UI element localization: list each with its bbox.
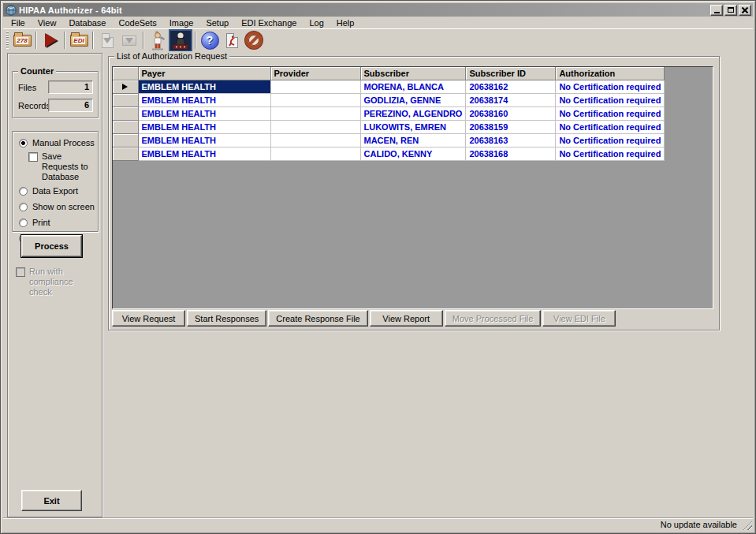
menu-database[interactable]: Database (62, 17, 112, 28)
checkbox-save-requests-to-database[interactable]: Save Requests to Database (28, 151, 98, 182)
radio-manual-process[interactable]: Manual Process (17, 138, 98, 148)
cell-subscriber[interactable]: GODLIZIA, GENNE (360, 93, 466, 106)
cell-authorization[interactable]: No Certification required (556, 106, 665, 120)
row-selector-cell[interactable] (113, 120, 138, 133)
menu-image[interactable]: Image (163, 17, 200, 28)
cell-subscriber[interactable]: MACEN, REN (360, 133, 466, 147)
cell-subscriber-id[interactable]: 20638163 (466, 133, 556, 147)
compliance-checkbox (16, 267, 25, 277)
title-bar[interactable]: HIPAA Authorizer - 64bit (3, 3, 753, 17)
counter-title: Counter (18, 66, 56, 77)
cell-payer[interactable]: EMBLEM HEALTH (138, 106, 270, 120)
cell-payer[interactable]: EMBLEM HEALTH (138, 147, 270, 160)
cell-subscriber[interactable]: LUKOWITS, EMREN (360, 120, 466, 133)
authorizer-view-button[interactable] (169, 29, 192, 52)
view-request-button[interactable]: View Request (112, 310, 185, 327)
cell-payer[interactable]: EMBLEM HEALTH (138, 120, 270, 133)
stop-process-button[interactable] (243, 30, 265, 51)
cell-provider[interactable] (270, 80, 360, 93)
menu-edi-exchange[interactable]: EDI Exchange (235, 17, 303, 28)
action-button-row: View RequestStart ResponsesCreate Respon… (112, 310, 616, 327)
files-counter-row: Files 1 (18, 80, 93, 94)
column-header-subscriber-id[interactable]: Subscriber ID (466, 67, 556, 80)
cell-provider[interactable] (270, 93, 360, 106)
cell-subscriber[interactable]: CALIDO, KENNY (360, 147, 466, 160)
menu-file[interactable]: File (5, 17, 32, 28)
view-edi-file-button: View EDI File (542, 310, 616, 327)
cell-subscriber-id[interactable]: 20638159 (466, 120, 556, 133)
cell-authorization[interactable]: No Certification required (556, 120, 665, 133)
cell-authorization[interactable]: No Certification required (556, 133, 665, 147)
start-responses-button[interactable]: Start Responses (187, 310, 266, 327)
table-row: EMBLEM HEALTHLUKOWITS, EMREN20638159No C… (113, 120, 665, 133)
radio-print[interactable]: Print (17, 218, 98, 228)
cell-subscriber-id[interactable]: 20638160 (466, 106, 556, 120)
toolbar: 278 EDI (3, 28, 753, 51)
provider-view-button[interactable] (147, 30, 169, 51)
radio-data-export[interactable]: Data Export (17, 186, 98, 196)
row-selector-cell[interactable] (113, 106, 138, 120)
down-arrow-icon (125, 38, 133, 43)
cell-payer[interactable]: EMBLEM HEALTH (138, 93, 270, 106)
cell-authorization[interactable]: No Certification required (556, 93, 665, 106)
menu-codesets[interactable]: CodeSets (112, 17, 162, 28)
resize-grip[interactable] (742, 520, 752, 530)
open-278-request-file-button[interactable]: 278 (11, 30, 33, 51)
menu-help[interactable]: Help (330, 17, 361, 28)
status-bar: No update available (3, 517, 753, 531)
cell-subscriber-id[interactable]: 20638168 (466, 147, 556, 160)
folder-edi-icon: EDI (70, 35, 88, 47)
authorization-list-groupbox: List of Authorization Request PayerProvi… (108, 56, 720, 330)
row-selector-cell[interactable] (113, 80, 138, 93)
exit-button[interactable]: Exit (21, 490, 82, 511)
open-edi-file-button[interactable]: EDI (68, 30, 90, 51)
minimize-icon (714, 12, 720, 13)
process-button[interactable]: Process (21, 235, 82, 257)
row-selector-cell[interactable] (113, 93, 138, 106)
radio-show-on-screen[interactable]: Show on screen (17, 202, 98, 212)
validate-document-icon (226, 33, 238, 48)
table-row: EMBLEM HEALTHPEREZINO, ALGENDRO20638160N… (113, 106, 665, 120)
cell-authorization[interactable]: No Certification required (556, 80, 665, 93)
app-window: HIPAA Authorizer - 64bit FileViewDatabas… (0, 0, 756, 534)
toolbar-grip[interactable] (6, 32, 9, 49)
import-box-icon (122, 35, 136, 46)
authorization-table: PayerProviderSubscriberSubscriber IDAuth… (113, 67, 665, 161)
cell-subscriber-id[interactable]: 20638174 (466, 93, 556, 106)
cell-authorization[interactable]: No Certification required (556, 147, 665, 160)
menu-setup[interactable]: Setup (199, 17, 235, 28)
minimize-button[interactable] (710, 5, 723, 16)
records-label: Records (18, 101, 48, 110)
cell-payer[interactable]: EMBLEM HEALTH (138, 133, 270, 147)
row-selector-cell[interactable] (113, 147, 138, 160)
close-button[interactable] (739, 5, 751, 16)
cell-provider[interactable] (270, 120, 360, 133)
validate-edi-button[interactable] (221, 30, 243, 51)
menu-view[interactable]: View (32, 17, 63, 28)
cell-subscriber[interactable]: MORENA, BLANCA (360, 80, 466, 93)
cell-subscriber-id[interactable]: 20638162 (466, 80, 556, 93)
cell-payer[interactable]: EMBLEM HEALTH (138, 80, 270, 93)
maximize-button[interactable] (724, 5, 737, 16)
play-icon (45, 33, 57, 47)
menu-log[interactable]: Log (303, 17, 330, 28)
datagrid: PayerProviderSubscriberSubscriber IDAuth… (112, 66, 713, 309)
column-header-subscriber[interactable]: Subscriber (360, 67, 466, 80)
cell-provider[interactable] (270, 133, 360, 147)
view-report-button[interactable]: View Report (370, 310, 443, 327)
cell-subscriber[interactable]: PEREZINO, ALGENDRO (360, 106, 466, 120)
toolbar-separator (64, 32, 65, 49)
help-button[interactable]: ? (199, 30, 221, 51)
save-response-file-button (96, 30, 118, 51)
process-requests-button[interactable] (39, 30, 61, 51)
cell-provider[interactable] (270, 106, 360, 120)
status-text: No update available (661, 520, 737, 529)
compliance-label: Run with compliance check (29, 267, 94, 297)
column-header-authorization[interactable]: Authorization (556, 67, 665, 80)
cell-provider[interactable] (270, 147, 360, 160)
row-selector-cell[interactable] (113, 133, 138, 147)
radio-indicator (19, 203, 28, 211)
column-header-provider[interactable]: Provider (270, 67, 360, 80)
column-header-payer[interactable]: Payer (138, 67, 270, 80)
create-response-file-button[interactable]: Create Response File (268, 310, 367, 327)
